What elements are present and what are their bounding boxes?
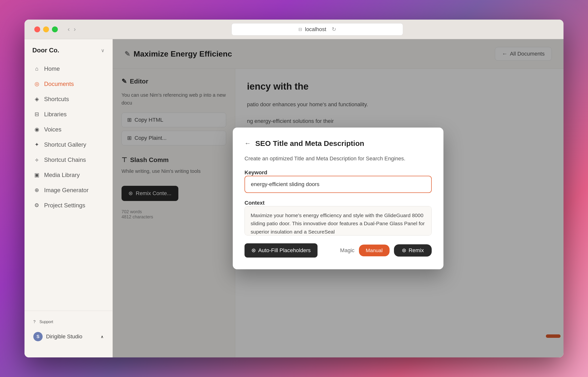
keyword-input[interactable] xyxy=(245,176,432,193)
context-label: Context xyxy=(245,200,265,206)
browser-chrome: ‹ › ⊟ localhost ↻ xyxy=(24,20,564,39)
sidebar-item-voices[interactable]: ◉ Voices xyxy=(28,122,109,137)
sidebar: Door Co. ∨ ⌂ Home ◎ Documents ◈ Shortcut… xyxy=(24,39,113,357)
sidebar-item-label: Libraries xyxy=(44,111,67,118)
sidebar-item-shortcuts[interactable]: ◈ Shortcuts xyxy=(28,92,109,106)
back-arrow[interactable]: ‹ xyxy=(68,25,70,33)
support-label: Support xyxy=(39,320,53,324)
remix-icon: ⊛ xyxy=(402,247,406,254)
sidebar-item-media-library[interactable]: ▣ Media Library xyxy=(28,168,109,182)
sidebar-bottom: ? Support S Dirigible Studio ∧ xyxy=(24,311,112,350)
magic-label: Magic xyxy=(340,247,355,254)
user-avatar: S xyxy=(33,332,43,341)
workspace-name: Door Co. xyxy=(32,47,59,54)
modal-title: SEO Title and Meta Description xyxy=(255,139,364,148)
home-icon: ⌂ xyxy=(33,66,40,72)
project-settings-icon: ⚙ xyxy=(33,202,40,209)
traffic-lights xyxy=(34,26,58,32)
support-item[interactable]: ? Support xyxy=(28,316,109,328)
sidebar-nav: ⌂ Home ◎ Documents ◈ Shortcuts ⊟ Librari… xyxy=(24,61,112,306)
workspace-chevron: ∨ xyxy=(101,47,105,53)
sidebar-item-shortcut-chains[interactable]: ⟡ Shortcut Chains xyxy=(28,153,109,167)
sidebar-item-libraries[interactable]: ⊟ Libraries xyxy=(28,107,109,122)
modal-footer: ⊛ Auto-Fill Placeholders Magic Manual ⊛ … xyxy=(245,243,432,258)
autofill-icon: ⊛ xyxy=(251,247,256,254)
fullscreen-button[interactable] xyxy=(52,26,58,32)
modal-back-button[interactable]: ← xyxy=(245,140,251,147)
address-bar[interactable]: ⊟ localhost ↻ xyxy=(232,23,403,35)
sidebar-item-label: Documents xyxy=(44,81,74,87)
modal-magic-row: Magic Manual ⊛ Remix xyxy=(340,244,432,257)
user-chevron: ∧ xyxy=(101,334,104,339)
context-textarea[interactable]: Maximize your home's energy efficiency a… xyxy=(245,206,432,236)
modal-header: ← SEO Title and Meta Description xyxy=(245,139,432,148)
autofill-button[interactable]: ⊛ Auto-Fill Placeholders xyxy=(245,243,318,258)
sidebar-item-documents[interactable]: ◎ Documents xyxy=(28,77,109,91)
workspace-footer[interactable]: S Dirigible Studio ∧ xyxy=(28,328,109,345)
image-generator-icon: ⊕ xyxy=(33,187,40,193)
sidebar-item-label: Shortcuts xyxy=(44,96,69,103)
sidebar-item-label: Media Library xyxy=(44,172,80,178)
modal-subtitle: Create an optimized Title and Meta Descr… xyxy=(245,154,432,163)
support-icon: ? xyxy=(33,320,36,324)
app-layout: Door Co. ∨ ⌂ Home ◎ Documents ◈ Shortcut… xyxy=(24,39,564,357)
sidebar-item-label: Project Settings xyxy=(44,202,85,209)
modal-dialog: ← SEO Title and Meta Description Create … xyxy=(233,128,443,269)
shortcuts-icon: ◈ xyxy=(33,96,40,102)
media-library-icon: ▣ xyxy=(33,172,40,178)
shortcut-chains-icon: ⟡ xyxy=(33,157,40,163)
workspace-user: S Dirigible Studio xyxy=(33,332,82,341)
main-content: ✎ Maximize Energy Efficienc ← All Docume… xyxy=(113,39,564,357)
sidebar-item-label: Shortcut Gallery xyxy=(44,141,86,148)
close-button[interactable] xyxy=(34,26,40,32)
nav-arrows: ‹ › xyxy=(68,25,76,33)
sidebar-item-label: Image Generator xyxy=(44,187,88,194)
voices-icon: ◉ xyxy=(33,126,40,133)
sidebar-item-image-generator[interactable]: ⊕ Image Generator xyxy=(28,183,109,198)
workspace-header: Door Co. ∨ xyxy=(24,47,112,61)
documents-icon: ◎ xyxy=(33,81,40,87)
reload-button[interactable]: ↻ xyxy=(332,26,336,33)
address-text: localhost xyxy=(305,26,326,33)
shortcut-gallery-icon: ✦ xyxy=(33,141,40,148)
forward-arrow[interactable]: › xyxy=(74,25,76,33)
sidebar-item-label: Voices xyxy=(44,126,61,133)
sidebar-item-label: Home xyxy=(44,65,60,72)
sidebar-item-shortcut-gallery[interactable]: ✦ Shortcut Gallery xyxy=(28,137,109,152)
minimize-button[interactable] xyxy=(43,26,49,32)
keyword-label: Keyword xyxy=(245,169,267,176)
sidebar-item-label: Shortcut Chains xyxy=(44,156,86,163)
remix-button[interactable]: ⊛ Remix xyxy=(394,244,432,257)
manual-button[interactable]: Manual xyxy=(359,245,390,256)
modal-overlay[interactable]: ← SEO Title and Meta Description Create … xyxy=(113,39,564,357)
user-name: Dirigible Studio xyxy=(46,333,82,340)
sidebar-item-project-settings[interactable]: ⚙ Project Settings xyxy=(28,198,109,213)
libraries-icon: ⊟ xyxy=(33,111,40,118)
sidebar-item-home[interactable]: ⌂ Home xyxy=(28,61,109,76)
browser-icon: ⊟ xyxy=(298,27,302,32)
